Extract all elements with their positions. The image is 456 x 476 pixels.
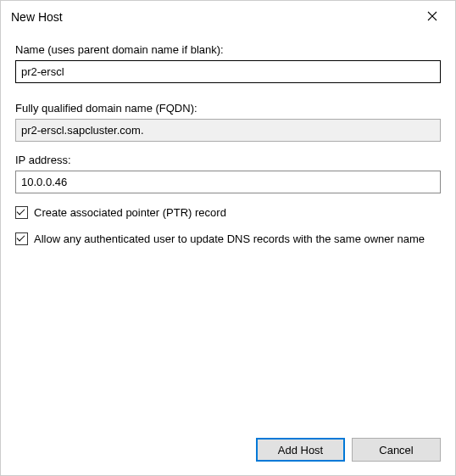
ptr-checkbox-label: Create associated pointer (PTR) record	[34, 205, 441, 220]
allow-update-checkbox[interactable]	[15, 232, 28, 245]
fqdn-label: Fully qualified domain name (FQDN):	[15, 102, 441, 115]
name-label: Name (uses parent domain name if blank):	[15, 43, 441, 56]
name-input[interactable]	[15, 60, 441, 83]
dialog-button-row: Add Host Cancel	[256, 438, 441, 462]
allow-update-checkbox-row[interactable]: Allow any authenticated user to update D…	[15, 232, 441, 246]
ip-label: IP address:	[15, 154, 441, 166]
close-button[interactable]	[413, 3, 452, 29]
ip-input[interactable]	[15, 171, 441, 193]
window-title: New Host	[11, 8, 63, 24]
add-host-button[interactable]: Add Host	[256, 438, 345, 462]
cancel-button[interactable]: Cancel	[352, 438, 441, 462]
allow-update-checkbox-label: Allow any authenticated user to update D…	[34, 232, 441, 246]
titlebar: New Host	[1, 1, 455, 31]
ptr-checkbox[interactable]	[15, 206, 28, 219]
new-host-dialog: New Host Name (uses parent domain name i…	[0, 0, 456, 476]
dialog-content: Name (uses parent domain name if blank):…	[1, 31, 455, 475]
ptr-checkbox-row[interactable]: Create associated pointer (PTR) record	[15, 205, 441, 220]
fqdn-display: pr2-erscl.sapcluster.com.	[15, 119, 441, 142]
close-icon	[427, 11, 437, 21]
